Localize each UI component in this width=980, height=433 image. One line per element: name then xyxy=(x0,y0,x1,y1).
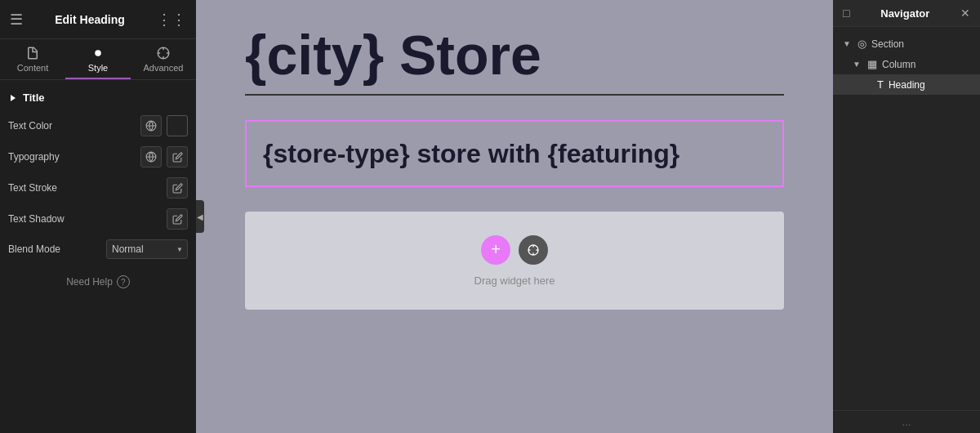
tab-advanced[interactable]: Advanced xyxy=(131,39,196,79)
text-shadow-row: Text Shadow xyxy=(8,208,188,230)
navigator-footer: ... xyxy=(833,410,980,433)
drag-label: Drag widget here xyxy=(474,275,555,287)
navigator-header-icons: ✕ xyxy=(960,7,970,20)
canvas-heading: {city} Store xyxy=(196,0,833,94)
column-chevron: ▼ xyxy=(853,60,862,69)
collapse-handle[interactable]: ◀ xyxy=(196,200,204,233)
tab-content-label: Content xyxy=(17,63,49,73)
tab-content[interactable]: Content xyxy=(0,39,65,79)
heading-icon: T xyxy=(877,78,884,91)
navigator-close-icon[interactable]: ✕ xyxy=(960,7,970,20)
text-color-label: Text Color xyxy=(8,120,52,132)
navigator-layout-icon[interactable]: □ xyxy=(843,7,849,20)
column-icon: ▦ xyxy=(867,58,877,70)
text-color-global-icon[interactable] xyxy=(140,115,162,136)
navigator-panel: □ Navigator ✕ ▼ ◎ Section ▼ ▦ Column T H… xyxy=(833,0,980,433)
tab-advanced-label: Advanced xyxy=(144,63,184,73)
typography-label: Typography xyxy=(8,151,60,163)
section-title: Title xyxy=(8,92,188,104)
panel-tabs: Content Style Advanced xyxy=(0,39,196,80)
heading-chevron xyxy=(862,80,872,89)
tab-style[interactable]: Style xyxy=(65,39,131,79)
nav-item-heading[interactable]: T Heading xyxy=(833,74,980,95)
navigator-tree: ▼ ◎ Section ▼ ▦ Column T Heading xyxy=(833,27,980,101)
empty-section: + Drag widget here xyxy=(245,212,784,310)
text-shadow-edit-icon[interactable] xyxy=(167,208,188,230)
text-color-controls xyxy=(140,115,188,136)
section-title-text: Title xyxy=(23,92,45,104)
nav-item-column[interactable]: ▼ ▦ Column xyxy=(833,54,980,74)
nav-column-label: Column xyxy=(882,59,915,70)
canvas-divider xyxy=(245,94,784,96)
main-canvas: ◀ {city} Store {store-type} store with {… xyxy=(196,0,833,433)
text-stroke-edit-icon[interactable] xyxy=(167,177,188,199)
typography-controls xyxy=(140,146,188,167)
left-panel: ☰ Edit Heading ⋮⋮ Content Style Advanced… xyxy=(0,0,196,433)
blend-mode-row: Blend Mode Normal Multiply Screen Overla… xyxy=(8,239,188,259)
text-color-swatch[interactable] xyxy=(167,115,188,136)
tab-style-label: Style xyxy=(88,63,108,73)
section-settings-button[interactable] xyxy=(519,235,548,265)
nav-heading-label: Heading xyxy=(889,79,925,91)
text-shadow-controls xyxy=(167,208,188,230)
panel-header: ☰ Edit Heading ⋮⋮ xyxy=(0,0,196,39)
selected-widget-text: {store-type} store with {featuring} xyxy=(263,138,766,169)
text-stroke-controls xyxy=(167,177,188,199)
nav-section-label: Section xyxy=(871,38,904,50)
hamburger-icon[interactable]: ☰ xyxy=(10,11,23,29)
navigator-title: Navigator xyxy=(880,7,929,20)
panel-content: Title Text Color Typography xyxy=(0,80,196,433)
typography-global-icon[interactable] xyxy=(140,146,162,167)
empty-section-buttons: + xyxy=(481,235,548,265)
svg-point-0 xyxy=(95,50,101,56)
section-icon: ◎ xyxy=(858,38,866,50)
nav-item-section[interactable]: ▼ ◎ Section xyxy=(833,33,980,54)
blend-mode-label: Blend Mode xyxy=(8,243,60,255)
typography-row: Typography xyxy=(8,146,188,167)
text-shadow-label: Text Shadow xyxy=(8,213,65,225)
blend-mode-select[interactable]: Normal Multiply Screen Overlay Darken Li… xyxy=(106,239,188,259)
typography-edit-icon[interactable] xyxy=(167,146,188,167)
navigator-header: □ Navigator ✕ xyxy=(833,0,980,27)
svg-marker-1 xyxy=(11,95,16,101)
add-widget-button[interactable]: + xyxy=(481,235,510,265)
grid-icon[interactable]: ⋮⋮ xyxy=(157,11,186,29)
section-chevron: ▼ xyxy=(843,39,853,48)
text-stroke-row: Text Stroke xyxy=(8,177,188,199)
selected-heading-widget[interactable]: {store-type} store with {featuring} xyxy=(245,120,784,187)
need-help-text: Need Help xyxy=(66,276,113,288)
need-help[interactable]: Need Help ? xyxy=(8,275,188,288)
text-color-row: Text Color xyxy=(8,115,188,136)
text-stroke-label: Text Stroke xyxy=(8,182,57,194)
blend-mode-wrapper: Normal Multiply Screen Overlay Darken Li… xyxy=(106,239,188,259)
help-icon: ? xyxy=(117,275,130,288)
panel-title: Edit Heading xyxy=(23,13,157,26)
